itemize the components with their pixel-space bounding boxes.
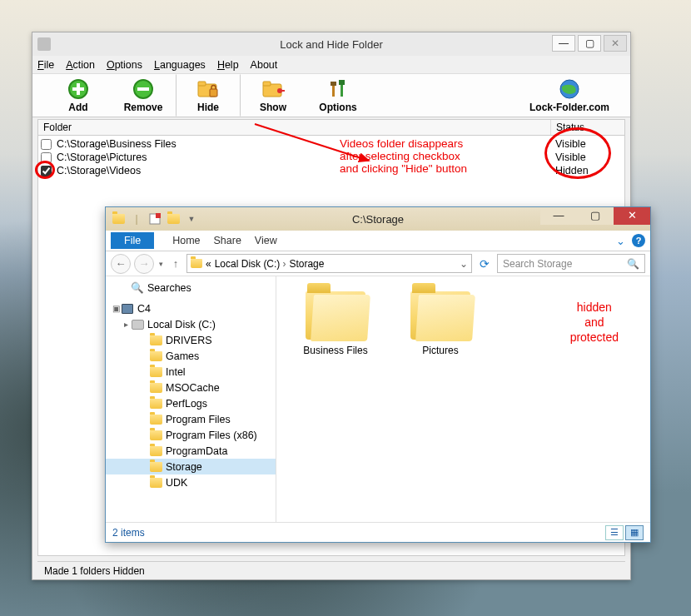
svg-rect-2 (72, 87, 84, 91)
folder-item[interactable]: Business Files (290, 291, 381, 356)
refresh-button[interactable]: ⟳ (475, 255, 494, 273)
row-status: Visible (555, 152, 622, 163)
folder-icon (306, 291, 365, 340)
breadcrumb-segment[interactable]: « (206, 258, 211, 270)
folder-icon (149, 382, 162, 394)
tree-node-folder[interactable]: Intel (106, 364, 276, 380)
remove-button[interactable]: Remove (111, 74, 176, 117)
address-bar: ← → ▾ ↑ « Local Disk (C:)› Storage ⌄ ⟳ S… (106, 251, 650, 276)
svg-rect-15 (339, 80, 345, 85)
forward-button[interactable]: → (134, 254, 154, 274)
explorer-window: | ▼ C:\Storage — ▢ ✕ File Home Share Vie… (105, 206, 651, 543)
list-item[interactable]: C:\Storage\Business Files Visible (38, 137, 624, 151)
folder-label: Business Files (303, 345, 367, 356)
list-item[interactable]: C:\Storage\Videos Hidden (38, 164, 624, 177)
details-view-button[interactable]: ☰ (605, 525, 624, 540)
breadcrumb-dropdown-icon[interactable]: ⌄ (460, 258, 468, 270)
tree-node-drive[interactable]: ▸ Local Disk (C:) (106, 316, 276, 332)
website-button[interactable]: Lock-Folder.com (515, 74, 624, 117)
toolbar: Add Remove Hide Show Options (32, 74, 630, 117)
folder-icon (149, 398, 162, 410)
tree-node-folder[interactable]: Games (106, 348, 276, 364)
globe-icon (558, 77, 581, 101)
hide-button[interactable]: Hide (176, 74, 241, 117)
close-button[interactable]: ✕ (604, 35, 627, 52)
back-button[interactable]: ← (111, 254, 131, 274)
row-checkbox[interactable] (41, 139, 52, 150)
breadcrumb-bar[interactable]: « Local Disk (C:)› Storage ⌄ (186, 254, 472, 273)
tree-node-folder[interactable]: Storage (106, 459, 276, 474)
app-titlebar: Lock and Hide Folder — ▢ ✕ (32, 32, 630, 56)
folder-icon (149, 477, 162, 489)
folder-icon (410, 291, 470, 340)
tree-node-folder[interactable]: MSOCache (106, 380, 276, 395)
content-pane: Business FilesPictures hidden and protec… (276, 276, 650, 522)
row-path: C:\Storage\Videos (57, 165, 555, 176)
icons-view-button[interactable]: ▦ (625, 525, 644, 540)
search-icon: 🔍 (627, 258, 639, 270)
svg-rect-9 (263, 82, 271, 86)
svg-rect-7 (210, 89, 217, 97)
tree-node-folder[interactable]: UDK (106, 474, 276, 490)
folder-item[interactable]: Pictures (395, 291, 486, 356)
ribbon-share-tab[interactable]: Share (214, 235, 241, 246)
drive-icon (131, 319, 144, 330)
add-button[interactable]: Add (46, 74, 111, 117)
nav-tree: 🔍 Searches ▣ C4 ▸ Local Disk (C:) DRIVER… (106, 276, 276, 522)
menu-bar: File Action Options Languages Help About (32, 56, 630, 74)
list-header: Folder Status (37, 119, 625, 136)
menu-file[interactable]: File (37, 59, 54, 71)
explorer-minimize-button[interactable]: — (540, 207, 577, 225)
breadcrumb-segment[interactable]: Local Disk (C:)› (215, 258, 286, 270)
svg-rect-6 (198, 82, 206, 86)
menu-help[interactable]: Help (217, 59, 239, 71)
folder-icon (149, 350, 162, 362)
svg-rect-13 (331, 82, 336, 86)
explorer-close-button[interactable]: ✕ (614, 207, 650, 225)
column-folder[interactable]: Folder (38, 120, 551, 135)
row-checkbox[interactable] (41, 152, 52, 163)
ribbon-view-tab[interactable]: View (255, 235, 277, 246)
row-checkbox[interactable] (41, 166, 52, 176)
tree-node-folder[interactable]: ProgramData (106, 443, 276, 459)
tree-node-searches[interactable]: 🔍 Searches (106, 280, 276, 296)
row-status: Hidden (555, 165, 622, 176)
folder-icon (149, 366, 162, 378)
row-path: C:\Storage\Pictures (57, 152, 555, 163)
tree-node-computer[interactable]: ▣ C4 (106, 301, 276, 316)
folder-lock-icon (196, 77, 220, 101)
tree-node-folder[interactable]: Program Files (x86) (106, 427, 276, 443)
menu-options[interactable]: Options (107, 59, 142, 71)
search-placeholder: Search Storage (503, 258, 572, 270)
breadcrumb-segment[interactable]: Storage (289, 258, 324, 270)
tree-node-folder[interactable]: DRIVERS (106, 332, 276, 348)
list-item[interactable]: C:\Storage\Pictures Visible (38, 151, 624, 164)
folder-unlock-icon (261, 77, 285, 101)
show-button[interactable]: Show (241, 74, 306, 117)
help-icon[interactable]: ? (632, 234, 645, 247)
column-status[interactable]: Status (551, 120, 624, 135)
tree-node-folder[interactable]: Program Files (106, 411, 276, 427)
menu-languages[interactable]: Languages (154, 59, 206, 71)
options-button[interactable]: Options (306, 74, 370, 117)
tree-node-folder[interactable]: PerfLogs (106, 395, 276, 411)
explorer-search-input[interactable]: Search Storage 🔍 (497, 254, 645, 273)
explorer-ribbon: File Home Share View ⌄ ? (106, 231, 650, 251)
folder-label: Pictures (422, 345, 458, 356)
ribbon-file-tab[interactable]: File (111, 232, 154, 249)
ribbon-home-tab[interactable]: Home (172, 235, 200, 246)
folder-icon (149, 335, 162, 346)
maximize-button[interactable]: ▢ (578, 35, 601, 52)
minimize-button[interactable]: — (552, 35, 575, 52)
up-button[interactable]: ↑ (168, 256, 183, 271)
menu-action[interactable]: Action (66, 59, 95, 71)
row-status: Visible (555, 138, 622, 150)
folder-icon (191, 259, 202, 268)
ribbon-expand-icon[interactable]: ⌄ (616, 235, 625, 247)
explorer-titlebar: | ▼ C:\Storage — ▢ ✕ (106, 207, 650, 231)
recent-dropdown-icon[interactable]: ▾ (159, 260, 163, 268)
item-count: 2 items (112, 527, 145, 539)
explorer-maximize-button[interactable]: ▢ (577, 207, 614, 225)
menu-about[interactable]: About (251, 59, 278, 71)
folder-icon (149, 445, 162, 457)
